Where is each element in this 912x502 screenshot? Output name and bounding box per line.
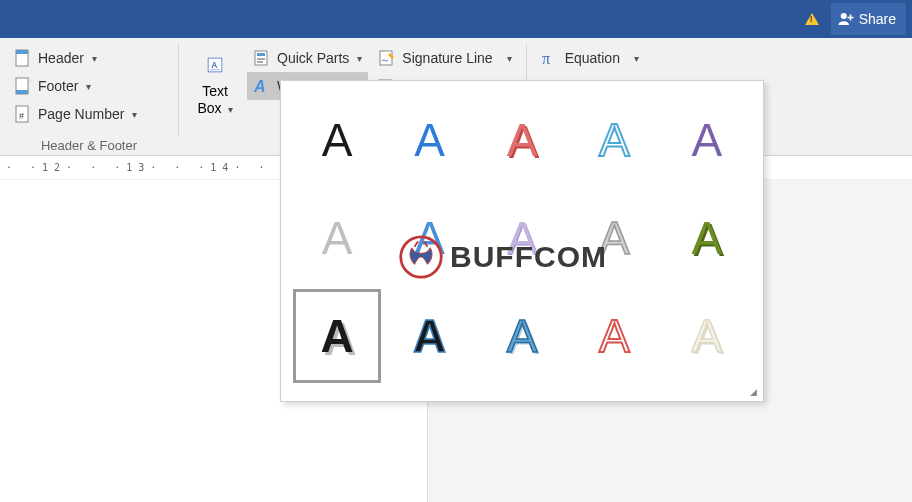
share-label: Share (859, 11, 896, 27)
wordart-style-fill-red-shadow[interactable]: A (478, 93, 566, 187)
page-number-button[interactable]: # Page Number ▾ (8, 100, 170, 128)
svg-point-0 (840, 13, 846, 19)
wordart-glyph: A (691, 117, 722, 163)
page-number-icon: # (14, 105, 32, 123)
wordart-glyph: A (507, 313, 538, 359)
chevron-down-icon: ▾ (132, 109, 137, 120)
chevron-down-icon: ▾ (228, 104, 233, 115)
wordart-glyph: A (691, 215, 722, 261)
wordart-gallery: AAAAAAAAAAAAAAA ◢ (280, 80, 764, 402)
chevron-down-icon: ▾ (92, 53, 97, 64)
svg-rect-11 (257, 53, 265, 56)
group-header-footer: Header ▾ Footer ▾ # Page Number ▾ Header… (0, 38, 178, 155)
wordart-style-fill-black[interactable]: A (293, 93, 381, 187)
wordart-glyph: A (321, 313, 354, 359)
text-box-label-1: Text (202, 83, 228, 99)
wordart-style-gradient-gray[interactable]: A (570, 191, 658, 285)
header-button[interactable]: Header ▾ (8, 44, 170, 72)
svg-rect-4 (16, 90, 28, 94)
svg-rect-2 (16, 50, 28, 54)
footer-label: Footer (38, 78, 78, 94)
wordart-glyph: A (599, 215, 630, 261)
wordart-style-fill-blue[interactable]: A (385, 93, 473, 187)
page-number-label: Page Number (38, 106, 124, 122)
wordart-style-fill-lavender[interactable]: A (478, 191, 566, 285)
wordart-style-outline-blue[interactable]: A (570, 93, 658, 187)
wordart-style-fill-purple[interactable]: A (663, 93, 751, 187)
svg-text:#: # (19, 111, 24, 121)
wordart-glyph: A (599, 313, 630, 359)
chevron-down-icon: ▾ (507, 53, 512, 64)
chevron-down-icon: ▾ (634, 53, 639, 64)
wordart-glyph: A (599, 117, 630, 163)
quick-parts-button[interactable]: Quick Parts ▾ (247, 44, 368, 72)
svg-text:A: A (211, 60, 217, 70)
header-label: Header (38, 50, 84, 66)
quick-parts-label: Quick Parts (277, 50, 349, 66)
text-box-label-2: Box (197, 100, 221, 116)
svg-rect-12 (257, 58, 265, 60)
chevron-down-icon: ▾ (86, 81, 91, 92)
wordart-style-red-outline[interactable]: A (570, 289, 658, 383)
share-icon (837, 10, 855, 28)
signature-line-label: Signature Line (402, 50, 492, 66)
share-button[interactable]: Share (831, 3, 906, 35)
group-label-header-footer: Header & Footer (0, 138, 178, 153)
warning-icon (805, 13, 819, 25)
wordart-style-black-blue-outline[interactable]: A (385, 289, 473, 383)
quick-parts-icon (253, 49, 271, 67)
svg-text:A: A (253, 78, 266, 95)
equation-button[interactable]: π Equation ▾ (535, 44, 645, 72)
footer-button[interactable]: Footer ▾ (8, 72, 170, 100)
wordart-style-fill-blue2[interactable]: A (385, 191, 473, 285)
wordart-glyph: A (507, 215, 538, 261)
footer-icon (14, 77, 32, 95)
wordart-style-black-bevel[interactable]: A (293, 289, 381, 383)
wordart-glyph: A (691, 313, 722, 359)
wordart-glyph: A (322, 215, 353, 261)
resize-handle-icon[interactable]: ◢ (750, 387, 757, 397)
chevron-down-icon: ▾ (357, 53, 362, 64)
signature-line-button[interactable]: Signature Line ▾ (372, 44, 517, 72)
wordart-glyph: A (413, 313, 446, 359)
wordart-glyph: A (322, 117, 353, 163)
wordart-glyph: A (414, 117, 445, 163)
wordart-style-fill-gray[interactable]: A (293, 191, 381, 285)
title-bar: Share (0, 0, 912, 38)
header-icon (14, 49, 32, 67)
svg-rect-13 (257, 61, 263, 63)
wordart-style-white-bevel[interactable]: A (663, 289, 751, 383)
text-box-button[interactable]: A Text Box ▾ (187, 44, 243, 155)
svg-text:π: π (542, 50, 550, 67)
text-box-icon: A (198, 48, 232, 82)
svg-rect-15 (380, 51, 392, 65)
wordart-glyph: A (414, 215, 445, 261)
equation-icon: π (541, 49, 559, 67)
equation-label: Equation (565, 50, 620, 66)
signature-line-icon (378, 49, 396, 67)
wordart-style-fill-olive[interactable]: A (663, 191, 751, 285)
wordart-glyph: A (507, 117, 538, 163)
wordart-style-blue-3d[interactable]: A (478, 289, 566, 383)
wordart-icon: A (253, 77, 271, 95)
